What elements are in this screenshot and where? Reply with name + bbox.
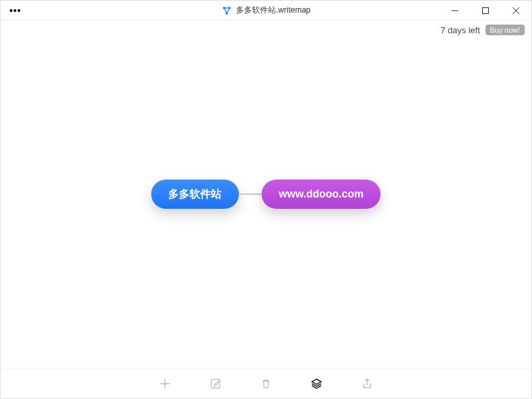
delete-button[interactable] bbox=[258, 376, 274, 392]
share-button[interactable] bbox=[359, 376, 375, 392]
bottom-toolbar bbox=[1, 368, 531, 398]
trial-days-left: 7 days left bbox=[440, 25, 479, 35]
mindmap-node-root[interactable]: 多多软件站 bbox=[151, 180, 239, 209]
app-window: ••• 多多软件站.writemap bbox=[0, 0, 532, 399]
trash-icon bbox=[260, 378, 272, 390]
plus-icon bbox=[159, 378, 171, 390]
add-button[interactable] bbox=[157, 376, 173, 392]
close-button[interactable] bbox=[501, 1, 531, 21]
edit-button[interactable] bbox=[207, 376, 223, 392]
minimize-button[interactable] bbox=[440, 1, 470, 21]
mindmap-connector bbox=[239, 194, 261, 195]
mindmap-canvas[interactable]: 多多软件站 www.ddooo.com bbox=[1, 35, 531, 368]
share-icon bbox=[361, 378, 373, 390]
menu-button[interactable]: ••• bbox=[1, 1, 30, 21]
svg-point-2 bbox=[225, 12, 228, 15]
svg-point-0 bbox=[223, 7, 225, 9]
svg-rect-7 bbox=[483, 7, 489, 13]
trial-banner: 7 days left Buy now! bbox=[1, 21, 531, 35]
buy-now-button[interactable]: Buy now! bbox=[485, 25, 525, 35]
mindmap-root: 多多软件站 www.ddooo.com bbox=[151, 180, 380, 209]
layers-button[interactable] bbox=[309, 376, 325, 392]
svg-line-4 bbox=[227, 8, 229, 13]
mindmap-node-child[interactable]: www.ddooo.com bbox=[261, 180, 380, 209]
title-bar: ••• 多多软件站.writemap bbox=[1, 1, 531, 21]
app-logo-icon bbox=[221, 5, 232, 16]
window-title: 多多软件站.writemap bbox=[236, 5, 311, 16]
maximize-button[interactable] bbox=[470, 1, 501, 21]
svg-point-1 bbox=[228, 7, 231, 9]
edit-icon bbox=[209, 378, 221, 390]
layers-icon bbox=[311, 378, 323, 390]
window-controls bbox=[440, 1, 531, 21]
svg-line-3 bbox=[224, 8, 227, 13]
